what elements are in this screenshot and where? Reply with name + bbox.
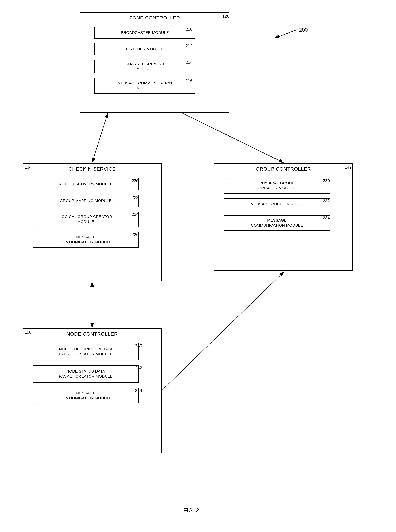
group-mapping-ref: 222: [132, 195, 139, 200]
node-controller-box: NODE CONTROLLER 150 NODE SUBSCRIPTION DA…: [23, 328, 162, 453]
arrow-nc-to-gc: [162, 272, 284, 390]
diagram: 200 ZONE CONTROLLER 126 BROADCASTER MODU…: [0, 0, 396, 532]
broadcaster-ref: 210: [186, 27, 192, 32]
zone-controller-box: ZONE CONTROLLER 126 BROADCASTER MODULE 2…: [80, 12, 229, 113]
zone-controller-title: ZONE CONTROLLER: [81, 13, 229, 23]
message-comm-ref-gc: 234: [323, 216, 330, 220]
message-comm-module-cs: MESSAGECOMMUNICATION MODULE: [33, 232, 139, 247]
node-status-module: NODE STATUS DATAPACKET CREATOR MODULE: [33, 365, 139, 383]
arrow-zc-to-cs: [92, 113, 108, 163]
group-controller-ref: 142: [345, 165, 352, 170]
node-subscription-ref: 240: [135, 343, 142, 348]
fig-label: FIG. 2: [174, 507, 209, 514]
listener-ref: 212: [186, 43, 192, 48]
group-controller-box: GROUP CONTROLLER 142 PHYSICAL GROUPCREAT…: [214, 163, 353, 271]
message-queue-module: MESSAGE QUEUE MODULE: [224, 198, 330, 210]
node-discovery-ref: 220: [132, 178, 139, 183]
channel-creator-module: CHANNEL CREATORMODULE: [94, 60, 195, 74]
checkin-service-box: CHECKIN SERVICE 134 NODE DISCOVERY MODUL…: [23, 163, 162, 281]
message-comm-ref-nc: 244: [135, 388, 142, 393]
group-controller-title: GROUP CONTROLLER: [214, 164, 352, 173]
diagram-ref-200: 200: [299, 27, 308, 33]
broadcaster-module: BROADCASTER MODULE: [94, 27, 195, 39]
arrow-200-pointer: [275, 29, 297, 38]
checkin-service-title: CHECKIN SERVICE: [23, 164, 161, 173]
zone-controller-ref: 126: [222, 14, 229, 19]
node-discovery-module: NODE DISCOVERY MODULE: [33, 178, 139, 190]
node-subscription-module: NODE SUBSCRIPTION DATAPACKET CREATOR MOD…: [33, 343, 139, 360]
checkin-service-ref: 134: [24, 165, 31, 170]
physical-group-creator-ref: 230: [323, 178, 330, 183]
logical-group-creator-ref: 224: [132, 212, 139, 217]
listener-module: LISTENER MODULE: [94, 43, 195, 55]
message-comm-module-nc: MESSAGECOMMUNICATION MODULE: [33, 388, 139, 403]
logical-group-creator-module: LOGICAL GROUP CREATORMODULE: [33, 212, 139, 227]
message-comm-ref-cs: 226: [132, 232, 139, 237]
message-comm-ref-zc: 216: [186, 78, 192, 83]
message-comm-module-zc: MESSAGE COMMUNICATIONMODULE: [94, 78, 195, 94]
node-controller-ref: 150: [24, 330, 31, 335]
node-controller-title: NODE CONTROLLER: [23, 329, 161, 338]
arrow-zc-to-gc: [182, 113, 283, 163]
channel-creator-ref: 214: [186, 60, 192, 65]
message-queue-ref: 232: [323, 199, 330, 203]
node-status-ref: 242: [135, 366, 142, 371]
group-mapping-module: GROUP MAPPING MODULE: [33, 195, 139, 207]
physical-group-creator-module: PHYSICAL GROUPCREATOR MODULE: [224, 178, 330, 194]
message-comm-module-gc: MESSAGECOMMUNICATION MODULE: [224, 215, 330, 231]
